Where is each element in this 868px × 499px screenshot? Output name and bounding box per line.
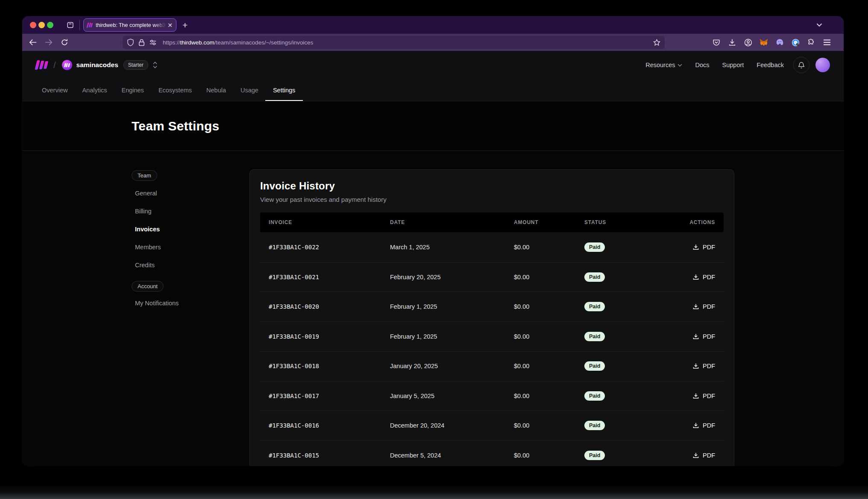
- menu-hamburger-icon[interactable]: [822, 39, 832, 45]
- sidebar-item-members[interactable]: Members: [132, 238, 249, 256]
- pdf-label: PDF: [703, 393, 715, 399]
- reload-icon[interactable]: [60, 38, 69, 46]
- minimize-window-button[interactable]: [38, 22, 45, 28]
- invoice-table-row: #1F33BA1C-0019 February 1, 2025 $0.00 Pa…: [260, 322, 724, 351]
- webpage: / saminacodes Starter ResourcesDocsSuppo…: [22, 51, 844, 466]
- header-links: ResourcesDocsSupportFeedback: [633, 62, 784, 68]
- maximize-window-button[interactable]: [47, 22, 53, 28]
- user-avatar[interactable]: [815, 58, 830, 72]
- download-pdf-button[interactable]: PDF: [692, 422, 715, 429]
- thirdweb-logo[interactable]: [36, 60, 47, 70]
- page-title: Team Settings: [132, 119, 734, 133]
- bookmark-star-icon[interactable]: [653, 39, 660, 46]
- screen-bottom-glow: [0, 484, 868, 499]
- pocket-icon[interactable]: [712, 38, 721, 46]
- tab-overview[interactable]: Overview: [42, 79, 67, 101]
- invoice-amount: $0.00: [505, 244, 576, 251]
- tab-settings[interactable]: Settings: [273, 79, 295, 101]
- invoice-date: January 5, 2025: [381, 393, 505, 399]
- sidebar-team-list: GeneralBillingInvoicesMembersCredits: [132, 184, 249, 274]
- account-icon[interactable]: [743, 38, 753, 47]
- invoice-number: #1F33BA1C-0021: [260, 274, 381, 281]
- team-avatar[interactable]: [62, 60, 72, 70]
- metamask-icon[interactable]: [759, 38, 768, 47]
- tab-title: thirdweb: The complete web3 d: [96, 22, 167, 28]
- tab-manager-icon[interactable]: [67, 21, 74, 29]
- invoice-amount: $0.00: [505, 333, 576, 340]
- invoice-date: December 5, 2024: [381, 452, 505, 459]
- invoice-number: #1F33BA1C-0015: [260, 452, 381, 459]
- extensions-puzzle-icon[interactable]: [806, 38, 816, 46]
- back-icon[interactable]: [28, 38, 38, 46]
- download-icon: [692, 244, 699, 251]
- column-header-amount: AMOUNT: [505, 219, 576, 225]
- sidebar-item-credits[interactable]: Credits: [132, 256, 249, 274]
- invoice-table-row: #1F33BA1C-0016 December 20, 2024 $0.00 P…: [260, 410, 724, 440]
- download-pdf-button[interactable]: PDF: [692, 393, 715, 399]
- download-pdf-button[interactable]: PDF: [692, 333, 715, 340]
- invoice-status: Paid: [576, 242, 648, 252]
- tracking-protection-shield-icon[interactable]: [127, 38, 134, 46]
- status-badge: Paid: [584, 421, 605, 430]
- url-bar[interactable]: https://thirdweb.com/team/saminacodes/~/…: [123, 36, 665, 49]
- header-link-support[interactable]: Support: [722, 62, 744, 68]
- phantom-icon[interactable]: [775, 38, 784, 46]
- download-icon: [692, 363, 699, 369]
- lock-icon[interactable]: [138, 39, 145, 46]
- invoice-status: Paid: [576, 421, 648, 430]
- column-header-actions: ACTIONS: [648, 219, 724, 225]
- status-badge: Paid: [584, 451, 605, 460]
- page-title-band: Team Settings: [22, 101, 844, 151]
- download-pdf-button[interactable]: PDF: [692, 244, 715, 251]
- onepassword-icon[interactable]: [791, 38, 800, 47]
- invoice-table-row: #1F33BA1C-0021 February 20, 2025 $0.00 P…: [260, 262, 724, 292]
- pdf-label: PDF: [703, 422, 715, 429]
- browser-window: thirdweb: The complete web3 d ✕ +: [22, 16, 844, 466]
- pdf-label: PDF: [703, 333, 715, 340]
- pdf-label: PDF: [703, 303, 715, 310]
- download-pdf-button[interactable]: PDF: [692, 363, 715, 369]
- window-controls: [30, 22, 53, 28]
- tab-nebula[interactable]: Nebula: [206, 79, 226, 101]
- sidebar-item-invoices[interactable]: Invoices: [132, 220, 249, 238]
- header-link-docs[interactable]: Docs: [695, 62, 709, 68]
- permissions-icon[interactable]: [149, 39, 157, 46]
- notifications-bell-button[interactable]: [793, 57, 809, 73]
- tab-ecosystems[interactable]: Ecosystems: [158, 79, 192, 101]
- tab-engines[interactable]: Engines: [121, 79, 144, 101]
- header-link-resources[interactable]: Resources: [645, 62, 682, 68]
- status-badge: Paid: [584, 391, 605, 401]
- invoice-number: #1F33BA1C-0020: [260, 303, 381, 310]
- sidebar-item-my-notifications[interactable]: My Notifications: [132, 294, 249, 312]
- downloads-icon[interactable]: [727, 38, 737, 46]
- sidebar-group-account-badge: Account: [132, 281, 164, 292]
- download-pdf-button[interactable]: PDF: [692, 274, 715, 281]
- close-window-button[interactable]: [30, 22, 36, 28]
- forward-icon[interactable]: [44, 38, 53, 46]
- site-header: / saminacodes Starter ResourcesDocsSuppo…: [22, 51, 844, 101]
- card-title: Invoice History: [260, 180, 724, 192]
- sidebar-item-billing[interactable]: Billing: [132, 202, 249, 220]
- invoice-date: January 20, 2025: [381, 363, 505, 369]
- sidebar-item-general[interactable]: General: [132, 184, 249, 202]
- download-pdf-button[interactable]: PDF: [692, 303, 715, 310]
- status-badge: Paid: [584, 272, 605, 282]
- tab-analytics[interactable]: Analytics: [82, 79, 107, 101]
- toolbar-extensions: [712, 38, 832, 47]
- list-all-tabs-icon[interactable]: [816, 23, 822, 27]
- tab-usage[interactable]: Usage: [240, 79, 258, 101]
- invoice-status: Paid: [576, 451, 648, 460]
- download-icon: [692, 333, 699, 340]
- new-tab-button[interactable]: +: [182, 20, 188, 30]
- download-pdf-button[interactable]: PDF: [692, 452, 715, 459]
- invoice-number: #1F33BA1C-0022: [260, 244, 381, 251]
- team-switcher-icon[interactable]: [152, 61, 158, 69]
- invoice-amount: $0.00: [505, 452, 576, 459]
- active-tab[interactable]: thirdweb: The complete web3 d ✕: [83, 18, 176, 32]
- tab-close-icon[interactable]: ✕: [167, 22, 173, 28]
- team-name[interactable]: saminacodes: [76, 61, 118, 69]
- pdf-label: PDF: [703, 452, 715, 459]
- header-link-feedback[interactable]: Feedback: [757, 62, 784, 68]
- card-subtitle: View your past invoices and payment hist…: [260, 196, 724, 203]
- browser-tab-strip: thirdweb: The complete web3 d ✕ +: [22, 16, 844, 34]
